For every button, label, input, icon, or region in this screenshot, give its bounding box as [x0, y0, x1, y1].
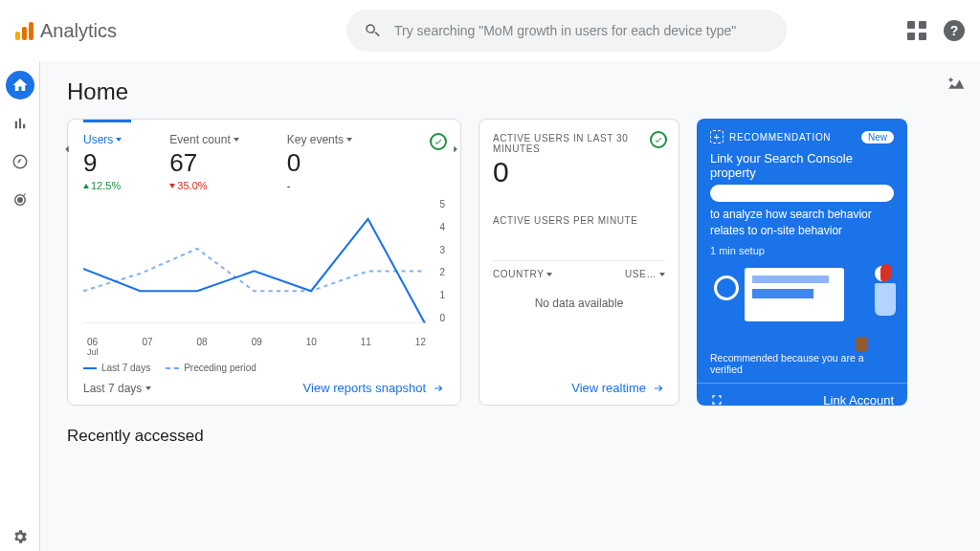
check-icon	[654, 135, 663, 144]
reco-badge: + RECOMMENDATION	[710, 130, 831, 143]
verified-badge	[430, 133, 447, 150]
recently-accessed-title: Recently accessed	[67, 427, 953, 446]
no-data-label: No data available	[493, 297, 665, 310]
recommendation-card: + RECOMMENDATION New Link your Search Co…	[697, 119, 907, 406]
new-badge: New	[861, 131, 894, 143]
caret-down-icon	[346, 138, 352, 142]
metric-users[interactable]: Users 9 12.5%	[83, 133, 122, 191]
view-reports-link[interactable]: View reports snapshot	[303, 381, 445, 395]
nav-reports[interactable]	[6, 109, 34, 138]
chevron-left-icon	[60, 143, 74, 156]
reco-because: Recommended because you are a verified	[710, 352, 894, 375]
view-realtime-link[interactable]: View realtime	[571, 381, 665, 395]
reco-time: 1 min setup	[710, 245, 894, 256]
page-title: Home	[67, 78, 953, 105]
analytics-logo-icon	[15, 21, 34, 40]
help-icon[interactable]: ?	[944, 20, 965, 41]
insights-icon	[946, 75, 967, 96]
check-icon	[434, 137, 443, 146]
verified-badge	[650, 131, 667, 148]
chevron-right-icon	[449, 143, 462, 156]
next-arrow[interactable]	[449, 143, 462, 156]
rt-col-country[interactable]: COUNTRY	[493, 269, 552, 279]
caret-down-icon	[116, 138, 122, 142]
gear-icon	[11, 528, 29, 545]
prev-arrow[interactable]	[60, 143, 74, 156]
metric-events[interactable]: Event count 67 35.0%	[169, 133, 238, 191]
rt-label: ACTIVE USERS IN LAST 30 MINUTES	[493, 133, 665, 154]
arrow-right-icon	[432, 382, 445, 395]
search-icon	[364, 22, 381, 39]
chart-legend: Last 7 days Preceding period	[83, 363, 445, 373]
reco-desc: to analyze how search behavior relates t…	[710, 207, 894, 239]
caret-down-icon	[234, 138, 239, 142]
brand-logo[interactable]: Analytics	[15, 20, 117, 42]
caret-down-icon	[145, 386, 151, 390]
nav-admin[interactable]	[6, 522, 34, 551]
reco-illustration	[710, 262, 894, 348]
caret-down-icon	[546, 273, 552, 276]
overview-card: Users 9 12.5% Event count 67 35.0% Key e…	[67, 119, 461, 406]
plus-icon: +	[710, 130, 724, 143]
explore-icon	[11, 153, 29, 170]
date-range-selector[interactable]: Last 7 days	[83, 382, 151, 395]
target-icon	[11, 191, 29, 209]
line-chart: 543210	[83, 199, 445, 335]
rt-sub: ACTIVE USERS PER MINUTE	[493, 215, 665, 226]
nav-explore[interactable]	[6, 147, 34, 176]
reco-property-pill[interactable]	[710, 185, 894, 202]
nav-advertising[interactable]	[6, 186, 34, 214]
arrow-right-icon	[652, 382, 665, 395]
search-placeholder: Try searching "MoM growth in users for e…	[394, 23, 736, 38]
arrow-up-icon	[83, 184, 89, 188]
app-name: Analytics	[40, 20, 117, 42]
reco-title: Link your Search Console property	[710, 151, 894, 180]
caret-down-icon	[659, 273, 665, 276]
fullscreen-icon[interactable]	[710, 393, 724, 406]
reports-icon	[11, 115, 29, 132]
home-icon	[11, 77, 29, 94]
rt-col-users[interactable]: USE…	[625, 269, 665, 279]
realtime-card: ACTIVE USERS IN LAST 30 MINUTES 0 ACTIVE…	[479, 119, 679, 406]
link-account-button[interactable]: Link Account	[823, 393, 894, 406]
rt-value: 0	[493, 156, 665, 188]
metric-keyevents[interactable]: Key events 0 -	[287, 133, 352, 191]
apps-grid-icon[interactable]	[907, 21, 926, 40]
nav-home[interactable]	[6, 71, 34, 99]
insights-button[interactable]	[946, 75, 967, 99]
arrow-down-icon	[169, 184, 175, 188]
search-input[interactable]: Try searching "MoM growth in users for e…	[346, 10, 787, 52]
